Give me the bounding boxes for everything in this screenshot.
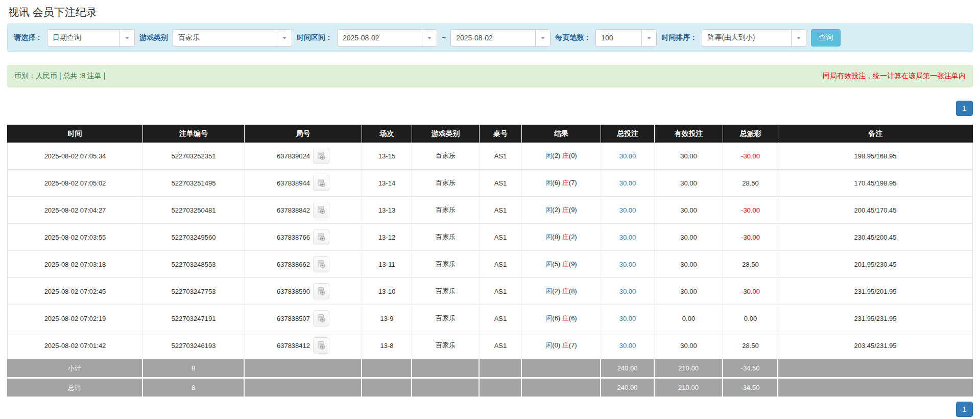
range-separator: ~ (442, 34, 446, 42)
sort-value: 降幂(由大到小) (702, 30, 791, 46)
cell-bet-no: 522703251495 (143, 170, 245, 197)
cell-session: 13-14 (362, 170, 412, 197)
video-replay-icon[interactable] (313, 337, 329, 354)
sort-select[interactable]: 降幂(由大到小) (702, 29, 806, 46)
cell-session: 13-15 (362, 143, 412, 170)
result-banker-label: 庄 (562, 341, 569, 349)
column-header: 注单编号 (143, 125, 245, 143)
cell-bet-no: 522703247753 (143, 278, 245, 305)
column-header: 场次 (362, 125, 412, 143)
video-replay-icon[interactable] (313, 148, 329, 164)
column-header: 局号 (245, 125, 362, 143)
summary-bar: 币别：人民币 | 总共 :8 注单 | 同局有效投注，统一计算在该局第一张注单内 (7, 65, 973, 87)
cell-bet-no: 522703249560 (143, 224, 245, 251)
summary-cell: 210.00 (655, 379, 723, 398)
page-1-button[interactable]: 1 (956, 101, 973, 116)
result-banker-value: (8) (569, 287, 577, 295)
column-header: 总投注 (601, 125, 655, 143)
summary-cell (778, 359, 973, 379)
total-bet-link[interactable]: 30.00 (619, 179, 636, 187)
total-bet-link[interactable]: 30.00 (619, 315, 636, 322)
column-header: 桌号 (480, 125, 522, 143)
query-type-select[interactable]: 日期查询 (47, 29, 135, 46)
date-to-select[interactable]: 2025-08-02 (450, 29, 551, 46)
column-header: 游戏类别 (412, 125, 480, 143)
cell-time: 2025-08-02 07:03:55 (7, 224, 143, 251)
video-replay-icon[interactable] (313, 175, 329, 191)
summary-label: 小计 (7, 359, 143, 379)
cell-payout: 28.50 (723, 170, 778, 197)
cell-time: 2025-08-02 07:03:18 (7, 251, 143, 278)
result-banker-value: (7) (569, 179, 577, 187)
currency-summary-text: 币别：人民币 | 总共 :8 注单 | (14, 72, 105, 81)
query-type-value: 日期查询 (47, 30, 119, 46)
cell-remark: 198.95/168.95 (778, 143, 973, 170)
total-bet-link[interactable]: 30.00 (619, 261, 636, 268)
cell-time: 2025-08-02 07:04:27 (7, 197, 143, 224)
result-player-value: (6) (552, 314, 562, 322)
video-replay-icon[interactable] (313, 202, 329, 218)
date-to-value: 2025-08-02 (451, 30, 535, 46)
video-replay-icon[interactable] (313, 256, 329, 272)
result-banker-label: 庄 (562, 233, 569, 241)
summary-cell: 8 (143, 359, 245, 379)
total-bet-link[interactable]: 30.00 (619, 206, 636, 214)
table-row: 2025-08-02 07:02:45 522703247753 6378385… (7, 278, 973, 305)
table-row: 2025-08-02 07:04:27 522703250481 6378388… (7, 197, 973, 224)
cell-table-no: AS1 (480, 170, 522, 197)
summary-cell (412, 379, 480, 398)
cell-payout: -30.00 (723, 224, 778, 251)
page-1-button[interactable]: 1 (956, 402, 973, 417)
result-banker-label: 庄 (562, 152, 569, 159)
cell-table-no: AS1 (480, 278, 522, 305)
date-from-select[interactable]: 2025-08-02 (337, 29, 437, 46)
cell-valid-bet: 0.00 (655, 305, 723, 332)
summary-cell: 240.00 (601, 359, 655, 379)
cell-round-no: 637838944 (245, 170, 362, 197)
cell-remark: 200.45/170.45 (778, 197, 973, 224)
chevron-down-icon (791, 30, 806, 46)
summary-cell: 8 (143, 379, 245, 398)
table-row: 2025-08-02 07:05:02 522703251495 6378389… (7, 170, 973, 197)
cell-round-no: 637838507 (245, 305, 362, 332)
cell-result: 闲(2) 庄(8) (522, 278, 601, 305)
cell-game: 百家乐 (412, 197, 480, 224)
summary-cell: -34.50 (723, 359, 778, 379)
video-replay-icon[interactable] (313, 229, 329, 245)
result-player-value: (6) (552, 179, 562, 187)
cell-round-no: 637838842 (245, 197, 362, 224)
result-player-label: 闲 (545, 179, 552, 187)
cell-total-bet: 30.00 (601, 143, 655, 170)
column-header: 有效投注 (655, 125, 723, 143)
result-player-value: (8) (552, 233, 562, 241)
cell-total-bet: 30.00 (601, 278, 655, 305)
cell-total-bet: 30.00 (601, 305, 655, 332)
cell-total-bet: 30.00 (601, 197, 655, 224)
search-button[interactable]: 查询 (811, 29, 841, 46)
cell-time: 2025-08-02 07:05:02 (7, 170, 143, 197)
cell-table-no: AS1 (480, 197, 522, 224)
cell-payout: 28.50 (723, 332, 778, 359)
cell-valid-bet: 30.00 (655, 224, 723, 251)
video-replay-icon[interactable] (313, 310, 329, 327)
summary-cell (362, 379, 412, 398)
summary-cell (245, 359, 362, 379)
total-bet-link[interactable]: 30.00 (619, 288, 636, 295)
total-bet-link[interactable]: 30.00 (619, 342, 636, 350)
cell-session: 13-10 (362, 278, 412, 305)
video-replay-icon[interactable] (313, 283, 329, 299)
table-row: 2025-08-02 07:02:19 522703247191 6378385… (7, 305, 973, 332)
total-bet-link[interactable]: 30.00 (619, 234, 636, 241)
page-size-value: 100 (596, 30, 641, 46)
summary-cell (362, 359, 412, 379)
game-category-select[interactable]: 百家乐 (173, 29, 292, 46)
summary-label: 总计 (7, 379, 143, 398)
page-size-select[interactable]: 100 (595, 29, 657, 46)
column-header: 结果 (522, 125, 601, 143)
summary-cell (480, 359, 522, 379)
total-bet-link[interactable]: 30.00 (619, 152, 636, 160)
cell-bet-no: 522703246193 (143, 332, 245, 359)
cell-bet-no: 522703252351 (143, 143, 245, 170)
cell-valid-bet: 30.00 (655, 197, 723, 224)
column-header: 总派彩 (723, 125, 778, 143)
